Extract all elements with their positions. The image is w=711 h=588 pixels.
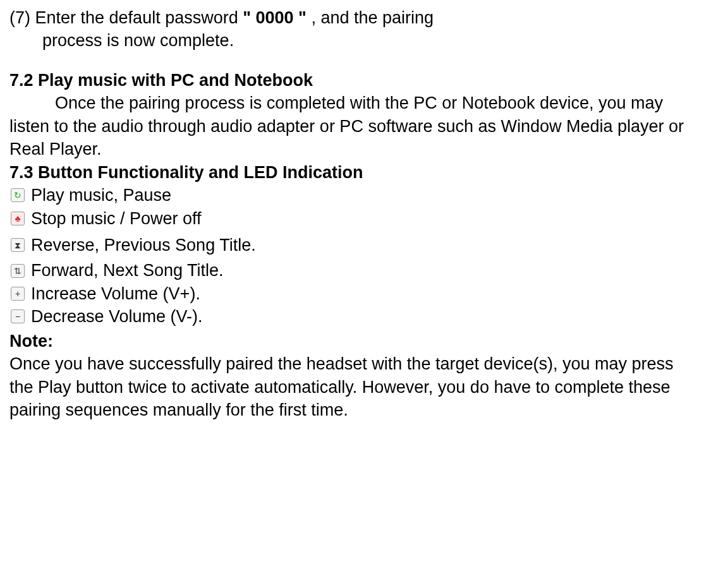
paragraph-7-2-text: Once the pairing process is completed wi… xyxy=(9,93,684,159)
button-row-prev: ⧗ Reverse, Previous Song Title. xyxy=(9,234,702,256)
button-label-stop: Stop music / Power off xyxy=(31,207,202,230)
button-label-next: Forward, Next Song Title. xyxy=(31,259,224,282)
note-heading: Note: xyxy=(9,330,702,352)
step-7: (7) Enter the default password " 0000 " … xyxy=(9,6,702,52)
step-7-line2: process is now complete. xyxy=(9,29,702,52)
step-7-text-a: Enter the default password xyxy=(35,8,243,27)
default-password: " 0000 " xyxy=(243,8,307,27)
button-label-play: Play music, Pause xyxy=(31,184,171,207)
step-7-text-b: , and the pairing xyxy=(311,8,434,27)
step-7-number: (7) xyxy=(9,8,30,27)
stop-power-icon: ♣ xyxy=(11,212,25,225)
button-row-next: ⇅ Forward, Next Song Title. xyxy=(9,259,702,282)
heading-7-3: 7.3 Button Functionality and LED Indicat… xyxy=(9,161,702,184)
button-row-vol-down: − Decrease Volume (V-). xyxy=(9,305,702,328)
next-icon: ⇅ xyxy=(11,264,25,278)
button-label-vol-up: Increase Volume (V+). xyxy=(31,282,200,305)
spacer xyxy=(9,52,702,69)
vol-down-icon: − xyxy=(11,309,25,323)
button-row-vol-up: + Increase Volume (V+). xyxy=(9,282,702,305)
play-pause-icon: ↻ xyxy=(11,188,25,202)
note-body: Once you have successfully paired the he… xyxy=(9,352,702,421)
paragraph-7-2: Once the pairing process is completed wi… xyxy=(9,92,702,160)
button-label-prev: Reverse, Previous Song Title. xyxy=(31,234,256,256)
button-label-vol-down: Decrease Volume (V-). xyxy=(31,305,203,328)
previous-icon: ⧗ xyxy=(11,238,25,252)
button-row-play: ↻ Play music, Pause xyxy=(9,184,702,207)
button-row-stop: ♣ Stop music / Power off xyxy=(9,207,702,230)
vol-up-icon: + xyxy=(11,287,25,301)
heading-7-2: 7.2 Play music with PC and Notebook xyxy=(9,69,702,92)
